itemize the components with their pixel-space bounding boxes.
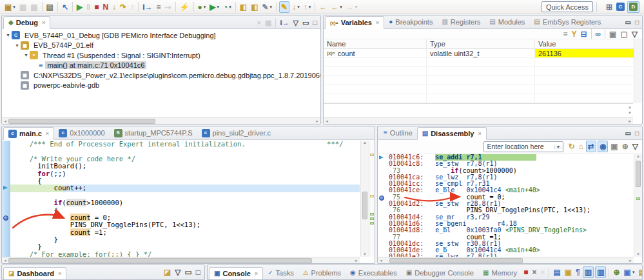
tab-modules[interactable]: ▤Modules — [485, 15, 529, 28]
overview-mark[interactable] — [370, 195, 374, 197]
scroll-left-icon[interactable]: ◂ — [2, 258, 8, 263]
close-icon[interactable]: × — [478, 130, 481, 137]
debug-button[interactable]: ●▾ — [197, 1, 208, 13]
close-icon[interactable]: × — [46, 130, 49, 137]
new-view-icon[interactable]: ▣ — [609, 141, 619, 152]
location-combo[interactable]: Enter location here ▼ — [483, 141, 563, 152]
display-console-icon[interactable]: ▣▾ — [623, 266, 636, 278]
view-menu-icon[interactable]: ▽ — [630, 28, 639, 40]
watch-icon[interactable]: ∞ — [594, 28, 603, 40]
step-into-button[interactable]: ↓ — [111, 1, 117, 13]
back-button[interactable]: ←▾ — [329, 1, 344, 13]
next-annotation-button[interactable]: ↓▾ — [291, 1, 301, 13]
scroll-lock-icon[interactable]: ▣ — [563, 266, 573, 278]
scroll-down-icon[interactable]: ▼ — [634, 252, 642, 256]
scroll-right-icon[interactable]: ▸ — [627, 258, 634, 263]
terminate-icon[interactable]: ■ — [522, 266, 529, 278]
show-logical-structures-icon[interactable]: Y — [570, 28, 578, 40]
quick-access-input[interactable]: Quick Access — [542, 1, 593, 12]
minimize-icon[interactable]: ▭ — [624, 128, 632, 139]
restart-button[interactable]: N — [101, 1, 110, 13]
variables-vscrollbar[interactable] — [634, 39, 642, 103]
editor-code-area[interactable]: /*** End of Processor Expert internal in… — [2, 141, 360, 257]
tab-outline[interactable]: ≡Outline — [379, 126, 417, 139]
view-menu-icon[interactable]: ▽ — [173, 266, 182, 278]
tab-embsys-registers[interactable]: ▤EmbSys Registers — [529, 15, 605, 28]
new-view-icon[interactable]: ▣ — [608, 28, 618, 40]
debug-tree-item[interactable]: ▾▦EVB_5744P_01.elf — [2, 41, 320, 51]
debug-tree-item[interactable]: ≡main() at main.c:71 0x10041c6 — [2, 61, 320, 71]
tab-registers[interactable]: ▥Registers — [437, 15, 485, 28]
track-expression-icon[interactable]: ◉ — [598, 141, 608, 152]
step-into-selection-button[interactable]: i→ — [141, 1, 153, 13]
tab-0x1000000[interactable]: c0x1000000 — [54, 126, 109, 139]
new-button[interactable]: ▣▾ — [3, 1, 17, 13]
scroll-up-icon[interactable]: ▲ — [628, 105, 632, 110]
overview-mark[interactable] — [370, 217, 374, 220]
variables-hscrollbar[interactable]: ◂ ▸ — [324, 117, 633, 124]
open-new-view-icon[interactable]: ▢ — [619, 28, 629, 40]
scroll-right-icon[interactable]: ▸ — [353, 258, 360, 263]
overview-mark[interactable] — [370, 154, 374, 156]
debug-tree-item[interactable]: ▦C:\NXP\S32DS_Power_v2.1\eclipse\plugins… — [2, 70, 320, 81]
column-header-name[interactable]: Name — [324, 39, 427, 48]
tab-debug[interactable]: ◆ Debug × — [3, 16, 50, 29]
open-console-icon[interactable]: ▤▾ — [637, 266, 643, 278]
instruction-stepping-button[interactable]: ≡ — [155, 1, 162, 13]
terminate-button[interactable]: ■ — [93, 1, 100, 13]
overview-mark[interactable] — [636, 197, 640, 200]
open-project-button[interactable]: ◧ — [249, 1, 259, 13]
overview-mark[interactable] — [370, 222, 374, 225]
scroll-down-icon[interactable]: ▼ — [628, 110, 632, 116]
minimize-icon[interactable]: ▭ — [301, 17, 310, 28]
maximize-icon[interactable]: □ — [634, 128, 640, 139]
flash-programmer-button[interactable]: ⚡ — [179, 1, 191, 13]
tab-disassembly[interactable]: ▤Disassembly× — [417, 127, 487, 140]
tab-variables[interactable]: (x)=Variables× — [325, 16, 384, 29]
profile-button[interactable]: ◔▾ — [222, 1, 233, 13]
editor-vscrollbar[interactable]: ▲ ▼ — [360, 141, 369, 257]
debug-tree[interactable]: ▾CEVB_5744P_01_Debug [GDB PEMicro Interf… — [2, 29, 320, 117]
maximize-icon[interactable]: □ — [634, 17, 640, 28]
debug-tree-item[interactable]: ▾CEVB_5744P_01_Debug [GDB PEMicro Interf… — [2, 30, 320, 41]
step-over-button[interactable]: ↷ — [119, 1, 128, 13]
minimize-icon[interactable]: ▭ — [183, 266, 193, 278]
tab-executables[interactable]: ◉Executables — [346, 266, 402, 279]
debug-tree-item[interactable]: ▦powerpc-eabivle-gdb — [2, 81, 320, 91]
tab-breakpoints[interactable]: ●Breakpoints — [384, 15, 437, 28]
variables-detail-pane[interactable]: ▲▼ — [324, 103, 633, 117]
maximize-icon[interactable]: □ — [195, 266, 202, 278]
show-stderr-icon[interactable]: ▥ — [595, 266, 606, 278]
disassembly-hscrollbar[interactable]: ◂ ▸ — [378, 257, 634, 263]
scroll-up-icon[interactable]: ▲ — [361, 141, 369, 145]
variable-row[interactable]: (x)=countvolatile uint32_t261136 — [324, 49, 642, 58]
highlighter-button[interactable]: ✎ — [279, 1, 289, 13]
open-perspective-button[interactable]: ⊞ — [605, 1, 614, 13]
close-icon[interactable]: × — [376, 19, 379, 26]
cpp-perspective-button[interactable]: C — [615, 1, 626, 13]
tab-console[interactable]: ▣Console× — [209, 267, 263, 280]
column-header-value[interactable]: Value — [535, 39, 642, 48]
overview-mark[interactable] — [370, 213, 374, 215]
tab-pins-siul2-driver-c[interactable]: cpins_siul2_driver.c — [197, 126, 276, 139]
disassembly-code-area[interactable]: 010041c6: se_addi r7,1 010041c8: se_stw … — [378, 154, 634, 257]
debug-perspective-button[interactable]: D — [627, 1, 639, 13]
debug-hscrollbar[interactable]: ◂ ▸ — [2, 117, 320, 124]
view-menu-icon[interactable]: ▽ — [631, 141, 639, 152]
tab-main-c[interactable]: cmain.c× — [3, 127, 54, 140]
minimize-icon[interactable]: ▭ — [624, 17, 632, 28]
column-header-type[interactable]: Type — [427, 39, 535, 48]
open-dashboard-icon[interactable]: ◪ — [162, 266, 172, 278]
scroll-left-icon[interactable]: ◂ — [324, 119, 330, 124]
word-wrap-icon[interactable]: ¶ — [574, 266, 581, 278]
view-menu-icon[interactable]: ▽ — [291, 17, 299, 28]
tab-startup-mpc5744p-s[interactable]: Sstartup_MPC5744P.S — [110, 126, 197, 139]
tab-dashboard[interactable]: ◪ Dashboard × — [3, 267, 66, 280]
pin-view-icon[interactable]: ⊕ — [621, 141, 630, 152]
scroll-right-icon[interactable]: ▸ — [314, 119, 320, 124]
scroll-down-icon[interactable]: ▼ — [361, 252, 369, 256]
sync-selection-icon[interactable]: ⇄ — [586, 141, 596, 152]
chevron-down-icon[interactable]: ▼ — [554, 145, 563, 149]
scroll-right-icon[interactable]: ▸ — [627, 119, 633, 124]
editor-hscrollbar[interactable]: ◂ ▸ — [2, 257, 360, 263]
